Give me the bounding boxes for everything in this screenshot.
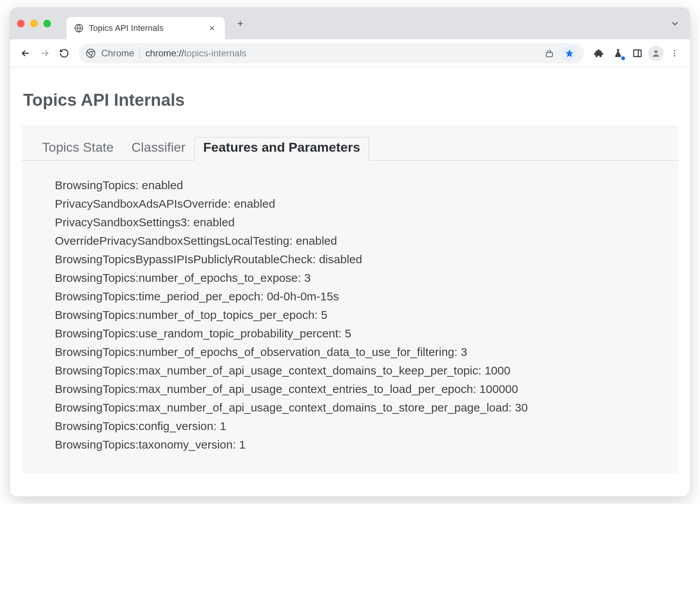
panel-tabs: Topics State Classifier Features and Par… (22, 125, 678, 161)
feature-row: BrowsingTopics:max_number_of_api_usage_c… (55, 380, 671, 398)
forward-button[interactable] (36, 45, 53, 62)
tab-classifier[interactable]: Classifier (122, 137, 194, 161)
tabs-dropdown-button[interactable] (667, 15, 683, 32)
svg-point-8 (674, 55, 675, 56)
feature-row: OverridePrivacySandboxSettingsLocalTesti… (55, 232, 671, 250)
tab-topics-state[interactable]: Topics State (33, 137, 122, 161)
feature-row: PrivacySandboxAdsAPIsOverride: enabled (55, 195, 671, 213)
bookmark-button[interactable] (562, 46, 577, 61)
tab-title: Topics API Internals (89, 23, 163, 33)
feature-row: BrowsingTopics:max_number_of_api_usage_c… (55, 398, 671, 417)
tab-features-and-parameters[interactable]: Features and Parameters (194, 137, 369, 161)
profile-button[interactable] (648, 46, 664, 61)
url-scheme-label: Chrome (101, 48, 134, 59)
window-controls (17, 20, 51, 27)
panel: Topics State Classifier Features and Par… (22, 125, 678, 473)
feature-row: BrowsingTopics:time_period_per_epoch: 0d… (55, 287, 671, 306)
tab-close-button[interactable] (207, 25, 217, 32)
url-text: chrome://topics-internals (145, 48, 246, 59)
url-host: chrome:// (145, 48, 184, 58)
address-bar[interactable]: Chrome chrome://topics-internals (79, 43, 584, 63)
feature-row: BrowsingTopics:number_of_epochs_of_obser… (55, 343, 671, 361)
chrome-icon (86, 48, 96, 58)
side-panel-button[interactable] (629, 45, 646, 62)
globe-icon (74, 24, 83, 33)
svg-rect-3 (546, 53, 552, 57)
extensions-button[interactable] (590, 45, 607, 62)
labs-button[interactable] (610, 45, 627, 62)
svg-point-5 (654, 50, 658, 53)
page-title: Topics API Internals (23, 90, 678, 110)
feature-row: BrowsingTopicsBypassIPIsPubliclyRoutable… (55, 250, 671, 269)
menu-button[interactable] (666, 45, 683, 62)
window-close-button[interactable] (17, 20, 25, 27)
feature-row: BrowsingTopics: enabled (55, 176, 671, 195)
reload-button[interactable] (56, 45, 73, 62)
feature-list: BrowsingTopics: enabled PrivacySandboxAd… (22, 161, 678, 454)
feature-row: BrowsingTopics:number_of_epochs_to_expos… (55, 269, 671, 287)
feature-row: BrowsingTopics:number_of_top_topics_per_… (55, 306, 671, 324)
page-content: Topics API Internals Topics State Classi… (10, 67, 690, 496)
new-tab-button[interactable] (233, 16, 248, 31)
labs-notification-dot (621, 56, 625, 60)
feature-row: PrivacySandboxSettings3: enabled (55, 213, 671, 232)
toolbar: Chrome chrome://topics-internals (10, 39, 690, 67)
feature-row: BrowsingTopics:taxonomy_version: 1 (55, 435, 671, 454)
feature-row: BrowsingTopics:max_number_of_api_usage_c… (55, 361, 671, 380)
svg-point-6 (674, 50, 675, 51)
omnibox-divider (139, 47, 140, 59)
feature-row: BrowsingTopics:config_version: 1 (55, 417, 671, 435)
titlebar: Topics API Internals (10, 8, 690, 39)
window-maximize-button[interactable] (43, 20, 51, 27)
share-button[interactable] (541, 45, 558, 62)
svg-point-7 (674, 53, 675, 54)
feature-row: BrowsingTopics:use_random_topic_probabil… (55, 324, 671, 343)
browser-window: Topics API Internals (10, 8, 690, 496)
url-path: topics-internals (184, 48, 246, 58)
svg-rect-4 (634, 50, 641, 56)
window-minimize-button[interactable] (30, 20, 38, 27)
browser-tab[interactable]: Topics API Internals (66, 17, 225, 39)
back-button[interactable] (17, 45, 34, 62)
